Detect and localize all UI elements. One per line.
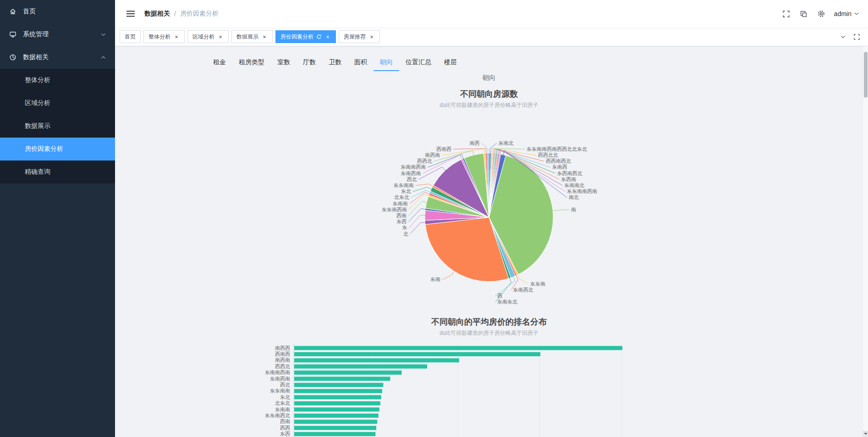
pie-label: 西西北北 xyxy=(538,152,558,158)
hamburger-icon xyxy=(126,11,135,17)
tab-baths[interactable]: 卫数 xyxy=(322,53,348,71)
sidebar-item-label: 数据展示 xyxy=(25,122,50,130)
pie-label: 北东北 xyxy=(394,194,409,200)
pie-label: 东东南南西南 xyxy=(567,188,597,194)
hamburger-button[interactable] xyxy=(122,6,139,22)
tab-orientation[interactable]: 朝向 xyxy=(374,53,399,71)
bar[interactable] xyxy=(294,420,377,424)
sidebar-submenu: 整体分析 区域分析 数据展示 房价因素分析 精确查询 xyxy=(0,69,115,183)
sidebar-item-precise-query[interactable]: 精确查询 xyxy=(0,160,115,183)
breadcrumb-section[interactable]: 数据相关 xyxy=(144,10,170,18)
bar-category-label: 西南 xyxy=(280,419,290,424)
content-fullscreen-button[interactable] xyxy=(850,30,863,44)
pie-label: 东 xyxy=(402,225,407,230)
main-area: 数据相关 / 房价因素分析 admin 首页 整体分析× 区域分析× 数据展示× xyxy=(115,0,868,437)
scrollbar-down-button[interactable] xyxy=(863,431,868,437)
breadcrumb-separator: / xyxy=(174,10,176,17)
tab-location-summary[interactable]: 位置汇总 xyxy=(399,53,438,71)
bar-category-label: 东西 xyxy=(280,431,290,437)
pie-chart-subtitle: 由此可得新建造的房子房价略高于旧房子 xyxy=(204,101,774,109)
tag-price-factor-analysis[interactable]: 房价因素分析 × xyxy=(275,30,336,43)
pie-label: 东南南 xyxy=(393,201,408,206)
sidebar-item-overall-analysis[interactable]: 整体分析 xyxy=(0,69,115,92)
pie-chart[interactable]: 东南北东东南南西南西西北北东北西西北北西西南西北东南西东西南西北东西南东南南北东… xyxy=(204,112,774,309)
settings-button[interactable] xyxy=(813,6,830,22)
bar[interactable] xyxy=(294,395,381,399)
tags-more-button[interactable] xyxy=(836,30,850,44)
close-icon[interactable]: × xyxy=(217,33,224,40)
bar-category-label: 南西南 xyxy=(275,357,290,363)
sidebar-item-data-display[interactable]: 数据展示 xyxy=(0,115,115,138)
bar[interactable] xyxy=(294,432,375,436)
content-tabs: 租金 租房类型 室数 厅数 卫数 面积 朝向 位置汇总 楼层 xyxy=(207,53,774,71)
bar[interactable] xyxy=(294,371,402,375)
tab-floor[interactable]: 楼层 xyxy=(438,53,463,71)
tag-home[interactable]: 首页 xyxy=(120,30,141,43)
pie-label: 东南南西南 xyxy=(401,164,426,170)
pie-label: 东西 xyxy=(396,219,407,224)
bar[interactable] xyxy=(294,358,459,362)
bar-category-label: 东东南西北 xyxy=(265,413,290,418)
sidebar-menu: 首页 系统管理 数据相关 整体分析 区域分析 数据展示 房价因素分析 精 xyxy=(0,0,115,183)
pie-label: 西西北 xyxy=(417,158,432,164)
close-icon[interactable]: × xyxy=(261,33,268,40)
sidebar-item-system[interactable]: 系统管理 xyxy=(0,23,115,46)
tag-house-recommend[interactable]: 房屋推荐× xyxy=(339,30,380,43)
tag-data-display[interactable]: 数据展示× xyxy=(231,30,273,43)
bar-chart[interactable]: 南西西西南西南西南西西北东南南西南东南西南西北东东南南东北北东北东南南东东南西北… xyxy=(204,343,774,437)
bar[interactable] xyxy=(294,401,380,405)
fullscreen-icon xyxy=(782,10,790,18)
bar-category-label: 西西 xyxy=(280,425,290,431)
pie-label-line xyxy=(517,275,528,284)
bar[interactable] xyxy=(294,414,379,418)
tab-rent-type[interactable]: 租房类型 xyxy=(232,53,271,71)
fullscreen-icon xyxy=(853,33,860,40)
tag-region-analysis[interactable]: 区域分析× xyxy=(187,30,229,43)
tab-rent[interactable]: 租金 xyxy=(207,53,232,71)
pie-label-line xyxy=(408,201,427,216)
bar[interactable] xyxy=(294,383,383,387)
tag-label: 房屋推荐 xyxy=(344,33,366,41)
bar[interactable] xyxy=(294,426,376,430)
pie-label: 东东南西南 xyxy=(382,207,407,212)
bar[interactable] xyxy=(294,408,379,412)
pie-label-line xyxy=(552,210,569,210)
pie-label: 东西南 xyxy=(561,177,576,182)
layout-size-button[interactable] xyxy=(796,6,812,22)
tab-halls[interactable]: 厅数 xyxy=(297,53,322,71)
sidebar-item-data[interactable]: 数据相关 xyxy=(0,46,115,69)
tag-overall-analysis[interactable]: 整体分析× xyxy=(143,30,185,43)
user-menu[interactable]: admin xyxy=(834,10,859,17)
tab-area[interactable]: 面积 xyxy=(348,53,374,71)
tag-label: 房价因素分析 xyxy=(280,33,313,41)
pie-label: 南西 xyxy=(469,140,479,146)
fullscreen-button[interactable] xyxy=(778,6,795,22)
sidebar-item-home[interactable]: 首页 xyxy=(0,0,115,23)
pie-label: 西北 xyxy=(407,177,417,182)
pie-label: 北 xyxy=(403,231,408,237)
gear-icon xyxy=(817,10,825,18)
refresh-icon[interactable] xyxy=(316,34,322,39)
close-icon[interactable]: × xyxy=(173,33,180,40)
close-icon[interactable]: × xyxy=(324,33,331,40)
scrollbar-thumb[interactable] xyxy=(864,52,868,98)
chevron-down-icon xyxy=(101,33,106,36)
bar[interactable] xyxy=(294,352,540,356)
bar[interactable] xyxy=(294,389,382,393)
bar[interactable] xyxy=(294,377,390,381)
pie-label: 东东南南 xyxy=(394,183,414,188)
data-chart-icon xyxy=(9,54,16,61)
pie-label: 西 xyxy=(497,293,502,299)
scrollbar[interactable] xyxy=(863,46,868,437)
close-icon[interactable]: × xyxy=(368,33,375,40)
bar[interactable] xyxy=(294,346,622,350)
sidebar: 首页 系统管理 数据相关 整体分析 区域分析 数据展示 房价因素分析 精 xyxy=(0,0,115,437)
sidebar-item-price-factor-analysis[interactable]: 房价因素分析 xyxy=(0,138,115,160)
sidebar-item-label: 数据相关 xyxy=(23,53,49,61)
tab-rooms[interactable]: 室数 xyxy=(271,53,297,71)
bar[interactable] xyxy=(294,365,427,369)
user-name: admin xyxy=(834,10,852,17)
sidebar-item-region-analysis[interactable]: 区域分析 xyxy=(0,92,115,115)
navbar-actions: admin xyxy=(778,6,861,22)
layout-size-icon xyxy=(800,10,808,18)
